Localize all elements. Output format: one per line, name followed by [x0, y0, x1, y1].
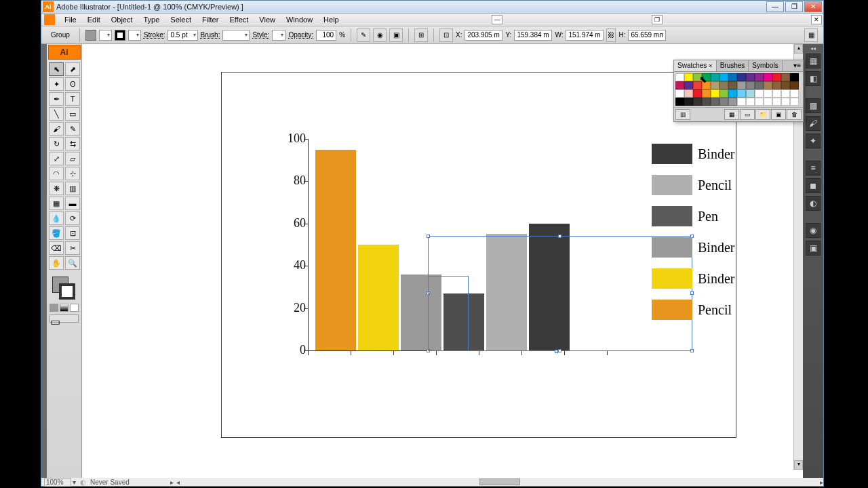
swatch-cell[interactable] — [711, 73, 719, 81]
swatch-cell[interactable] — [702, 89, 711, 98]
menu-view[interactable]: View — [254, 14, 281, 25]
menu-file[interactable]: File — [59, 14, 82, 25]
swatch-cell[interactable] — [746, 73, 755, 81]
menu-select[interactable]: Select — [165, 14, 197, 25]
color-panel-icon[interactable]: ◧ — [806, 71, 821, 86]
swatch-cell[interactable] — [781, 89, 790, 98]
warp-tool[interactable]: ◠ — [49, 167, 64, 180]
w-input[interactable] — [566, 30, 604, 41]
swatch-cell[interactable] — [790, 98, 799, 106]
menu-filter[interactable]: Filter — [197, 14, 224, 25]
dock-strip-left[interactable] — [41, 44, 47, 478]
swatch-cell[interactable] — [693, 73, 702, 81]
selection-tool[interactable]: ⬉ — [49, 62, 64, 76]
new-color-group-icon[interactable]: 📁 — [755, 109, 770, 120]
chart-bar[interactable] — [315, 150, 356, 350]
swatch-cell[interactable] — [755, 73, 764, 81]
swatch-cell[interactable] — [755, 89, 764, 98]
swatch-cell[interactable] — [675, 89, 684, 98]
swatch-cell[interactable] — [772, 89, 781, 98]
swatch-cell[interactable] — [781, 98, 790, 106]
swatch-cell[interactable] — [719, 98, 728, 106]
swatch-cell[interactable] — [728, 89, 737, 98]
doc-minimize-button[interactable]: — — [492, 15, 502, 24]
zoom-level[interactable]: 100% — [44, 478, 71, 487]
eyedropper-tool[interactable]: 💧 — [49, 211, 64, 225]
swatch-cell[interactable] — [728, 98, 737, 106]
paintbrush-tool[interactable]: 🖌 — [49, 122, 64, 136]
scroll-up-icon[interactable]: ▴ — [794, 44, 803, 54]
swatch-cell[interactable] — [790, 89, 799, 98]
isolate-icon[interactable]: ▣ — [389, 28, 403, 42]
transform-icon[interactable]: ⊡ — [439, 28, 453, 42]
legend-item[interactable]: Binder — [652, 268, 734, 289]
reflect-tool[interactable]: ⇆ — [65, 137, 80, 150]
brushes-panel-icon[interactable]: 🖌 — [806, 116, 821, 131]
stroke-weight-input[interactable]: 0.5 pt — [167, 30, 197, 41]
blend-tool[interactable]: ⟳ — [65, 211, 80, 225]
horizontal-scroll-thumb[interactable] — [479, 479, 520, 485]
swatch-cell[interactable] — [719, 73, 728, 81]
symbols-panel-icon[interactable]: ✦ — [806, 134, 821, 148]
pencil-tool[interactable]: ✎ — [65, 122, 80, 136]
color-mode-none[interactable] — [70, 304, 79, 312]
swatch-cell[interactable] — [684, 73, 693, 81]
swatch-cell[interactable] — [711, 81, 719, 89]
swatch-cell[interactable] — [702, 73, 711, 81]
scale-tool[interactable]: ⤢ — [49, 152, 64, 165]
swatch-cell[interactable] — [675, 98, 684, 106]
close-button[interactable]: ✕ — [804, 1, 822, 12]
legend-item[interactable]: Binder — [652, 237, 734, 258]
style-dropdown[interactable] — [272, 30, 285, 41]
gradient-panel-icon[interactable]: ◼ — [806, 178, 821, 193]
panel-toggle-icon[interactable]: ▦ — [804, 28, 818, 42]
tab-symbols[interactable]: Symbols — [749, 60, 782, 71]
swatch-cell[interactable] — [781, 73, 790, 81]
swatch-cell[interactable] — [737, 73, 746, 81]
h-input[interactable] — [628, 30, 666, 41]
gradient-tool[interactable]: ▬ — [65, 197, 80, 210]
live-paint-bucket-tool[interactable]: 🪣 — [49, 226, 64, 240]
stroke-dropdown[interactable] — [128, 30, 141, 41]
swatch-cell[interactable] — [781, 81, 790, 89]
align-icon[interactable]: ⊞ — [414, 28, 428, 42]
fill-swatch[interactable] — [85, 30, 96, 41]
swatch-cell[interactable] — [693, 81, 702, 89]
delete-swatch-icon[interactable]: 🗑 — [787, 109, 802, 120]
swatch-cell[interactable] — [719, 89, 728, 98]
swatch-cell[interactable] — [719, 81, 728, 89]
swatch-cell[interactable] — [772, 81, 781, 89]
swatch-cell[interactable] — [764, 98, 772, 106]
doc-close-button[interactable]: ✕ — [811, 15, 822, 24]
swatch-cell[interactable] — [737, 98, 746, 106]
transparency-panel-icon[interactable]: ◐ — [806, 196, 821, 211]
swatch-cell[interactable] — [790, 81, 799, 89]
menu-effect[interactable]: Effect — [224, 14, 254, 25]
scissors-tool[interactable]: ✂ — [65, 241, 80, 255]
crop-area-tool[interactable]: ⊡ — [65, 226, 80, 240]
maximize-button[interactable]: ❐ — [785, 1, 803, 12]
lasso-tool[interactable]: ʘ — [65, 77, 80, 91]
y-input[interactable] — [514, 30, 552, 41]
live-paint-icon[interactable]: ◉ — [373, 28, 387, 42]
tools-panel-icon[interactable]: ▦ — [806, 54, 821, 68]
menu-type[interactable]: Type — [138, 14, 165, 25]
stroke-indicator[interactable] — [59, 283, 75, 300]
graphic-styles-panel-icon[interactable]: ▣ — [806, 241, 821, 256]
pen-tool[interactable]: ✒ — [49, 92, 64, 106]
swatch-libraries-icon[interactable]: ▥ — [675, 109, 690, 120]
swatch-cell[interactable] — [728, 81, 737, 89]
collapse-dock-icon[interactable]: ◂◂ — [810, 45, 816, 51]
minimize-button[interactable]: — — [766, 1, 784, 12]
legend-item[interactable]: Binder — [652, 144, 734, 164]
magic-wand-tool[interactable]: ✦ — [49, 77, 64, 91]
swatch-cell[interactable] — [772, 73, 781, 81]
chart-bar[interactable] — [358, 245, 399, 350]
swatch-cell[interactable] — [702, 81, 711, 89]
legend-item[interactable]: Pencil — [652, 175, 734, 195]
swatch-cell[interactable] — [711, 89, 719, 98]
swatch-cell[interactable] — [684, 98, 693, 106]
direct-selection-tool[interactable]: ⬈ — [65, 62, 80, 76]
screen-mode[interactable]: ▭ — [50, 314, 79, 323]
stroke-panel-icon[interactable]: ≡ — [806, 161, 821, 176]
